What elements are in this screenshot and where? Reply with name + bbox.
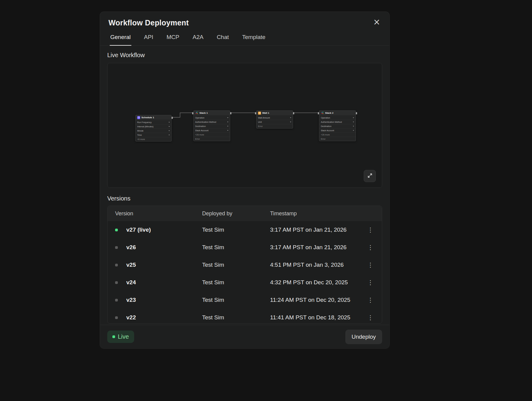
version-label: v27 (live) — [126, 227, 202, 233]
close-button[interactable]: × — [371, 17, 382, 28]
table-row-v25[interactable]: v25 Test Sim 4:51 PM PST on Jan 3, 2026 … — [108, 256, 382, 274]
node-title: Slack 1 — [199, 112, 208, 114]
kebab-icon: ⋮ — [367, 261, 373, 269]
node-param-row: Run Frequency — [136, 120, 171, 124]
node-param-row: Unit — [256, 120, 293, 124]
node-param-row: Operation — [319, 116, 356, 120]
version-label: v26 — [126, 244, 202, 251]
table-row-v26[interactable]: v26 Test Sim 3:17 AM PST on Jan 21, 2026… — [108, 239, 382, 256]
row-menu-button[interactable]: ⋮ — [365, 277, 376, 288]
timestamp: 11:41 AM PST on Dec 18, 2025 — [270, 314, 365, 321]
chevron-down-icon — [227, 122, 228, 122]
chevron-down-icon — [169, 135, 170, 135]
undeploy-button[interactable]: Undeploy — [345, 330, 382, 344]
node-error-row: Error — [194, 137, 230, 141]
version-status-dot — [115, 316, 118, 319]
deployed-by: Test Sim — [202, 314, 270, 321]
workflow-node-wait-1[interactable]: Wait 1 Wait Amount Unit Error — [256, 110, 293, 129]
wait-clock-icon — [258, 112, 261, 115]
tab-general[interactable]: General — [110, 32, 131, 45]
tab-template[interactable]: Template — [242, 32, 266, 45]
kebab-icon: ⋮ — [367, 244, 373, 251]
dialog-header: Workflow Deployment × — [100, 12, 389, 27]
version-status-dot — [115, 299, 118, 302]
version-label: v24 — [126, 279, 202, 286]
chevron-down-icon — [290, 117, 291, 118]
kebab-icon: ⋮ — [367, 226, 373, 233]
node-param-row: Authentication Method — [319, 120, 356, 124]
deployed-by: Test Sim — [202, 297, 270, 303]
output-connector — [172, 117, 173, 119]
live-status-badge: Live — [107, 331, 134, 343]
chevron-down-icon — [169, 130, 170, 131]
deployed-by: Test Sim — [202, 227, 270, 233]
dialog-title: Workflow Deployment — [108, 18, 381, 27]
node-param-row: Operation — [194, 116, 230, 120]
node-more-row[interactable]: +6 more — [136, 137, 171, 141]
node-header: Slack 2 — [319, 111, 356, 116]
tab-mcp[interactable]: MCP — [166, 32, 180, 45]
slack-icon — [195, 112, 198, 115]
node-param-row: Destination — [194, 124, 230, 128]
workflow-deployment-dialog: Workflow Deployment × General API MCP A2… — [100, 11, 390, 349]
node-param-row: Slack Account — [194, 128, 230, 132]
row-menu-button[interactable]: ⋮ — [365, 312, 376, 323]
chevron-down-icon — [169, 126, 170, 127]
version-label: v25 — [126, 262, 202, 268]
workflow-node-slack-1[interactable]: Slack 1 Operation Authentication Method … — [193, 110, 230, 141]
deployed-by: Test Sim — [202, 262, 270, 268]
expand-arrows-icon — [367, 173, 372, 179]
node-more-row[interactable]: +26 more — [194, 132, 230, 137]
node-param-row: Minute — [136, 129, 171, 133]
column-header-deployed-by: Deployed by — [202, 210, 270, 217]
node-error-row: Error — [319, 137, 356, 141]
timestamp: 4:51 PM PST on Jan 3, 2026 — [270, 262, 365, 268]
dialog-footer: Live Undeploy — [100, 325, 389, 348]
table-row-v22[interactable]: v22 Test Sim 11:41 AM PST on Dec 18, 202… — [108, 309, 382, 324]
node-header: Schedule 1 — [136, 115, 171, 120]
live-status-label: Live — [118, 333, 129, 340]
version-status-dot — [115, 246, 118, 249]
chevron-down-icon — [353, 117, 354, 118]
row-menu-button[interactable]: ⋮ — [365, 259, 376, 270]
input-connector — [192, 112, 193, 114]
table-row-v24[interactable]: v24 Test Sim 4:32 PM PST on Dec 20, 2025… — [108, 274, 382, 291]
row-menu-button[interactable]: ⋮ — [365, 295, 376, 305]
chevron-down-icon — [353, 130, 354, 131]
expand-canvas-button[interactable] — [364, 170, 376, 182]
version-label: v22 — [126, 314, 202, 321]
workflow-node-schedule-1[interactable]: Schedule 1 Run Frequency Interval (Minut… — [135, 115, 172, 142]
node-title: Wait 1 — [262, 112, 269, 114]
chevron-down-icon — [227, 130, 228, 131]
node-param-row: Destination — [319, 124, 356, 128]
versions-heading: Versions — [107, 195, 382, 202]
node-param-row: Wait Amount — [256, 116, 293, 120]
timestamp: 3:17 AM PST on Jan 21, 2026 — [270, 244, 365, 251]
chevron-down-icon — [227, 117, 228, 118]
deployed-by: Test Sim — [202, 244, 270, 251]
table-row-v27[interactable]: v27 (live) Test Sim 3:17 AM PST on Jan 2… — [108, 221, 382, 239]
node-more-row[interactable]: +26 more — [319, 132, 356, 137]
node-param-row: Interval (Minutes) — [136, 124, 171, 129]
live-workflow-heading: Live Workflow — [107, 52, 382, 59]
row-menu-button[interactable]: ⋮ — [365, 224, 376, 235]
node-param-row: Authentication Method — [194, 120, 230, 124]
chevron-down-icon — [227, 126, 228, 127]
output-connector — [356, 112, 357, 114]
row-menu-button[interactable]: ⋮ — [365, 242, 376, 253]
column-header-timestamp: Timestamp — [270, 210, 365, 217]
tab-chat[interactable]: Chat — [216, 32, 229, 45]
table-header-row: Version Deployed by Timestamp — [108, 206, 382, 221]
tab-a2a[interactable]: A2A — [192, 32, 204, 45]
tab-api[interactable]: API — [143, 32, 154, 45]
node-title: Schedule 1 — [141, 116, 154, 119]
workflow-canvas[interactable]: Schedule 1 Run Frequency Interval (Minut… — [107, 63, 382, 188]
output-connector — [293, 112, 294, 114]
version-label: v23 — [126, 297, 202, 303]
close-icon: × — [373, 17, 380, 27]
workflow-node-slack-2[interactable]: Slack 2 Operation Authentication Method … — [319, 110, 356, 141]
kebab-icon: ⋮ — [367, 296, 373, 304]
table-row-v23[interactable]: v23 Test Sim 11:24 AM PST on Dec 20, 202… — [108, 291, 382, 309]
input-connector — [318, 112, 319, 114]
slack-icon — [321, 112, 324, 115]
